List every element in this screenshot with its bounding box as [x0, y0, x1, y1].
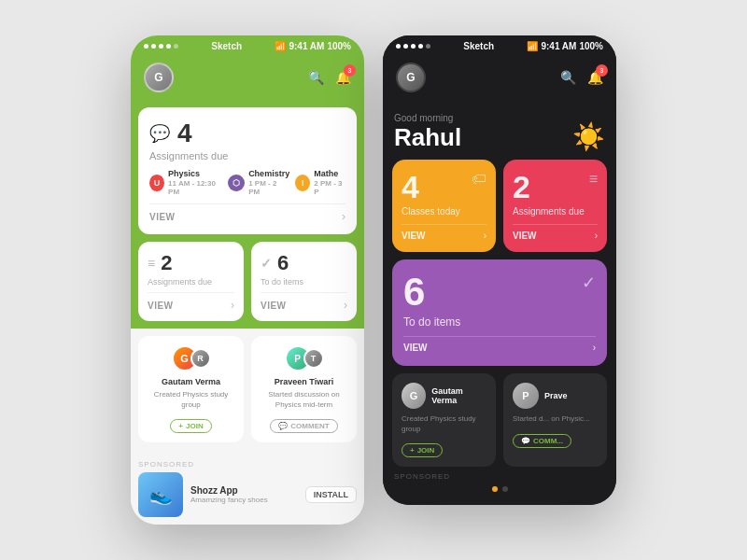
checkmark-icon: ✓ — [582, 273, 596, 293]
assignments-due-label: Assignments due — [148, 277, 234, 287]
dark-activity-row: G Gautam Verma Created Physics study gro… — [392, 373, 607, 467]
physics-name: Physics — [168, 169, 222, 178]
assignments-due-view-link[interactable]: VIEW — [148, 301, 174, 311]
dark-comment-button[interactable]: 💬 COMM... — [513, 434, 571, 448]
activity-section: G R Gautam Verma Created Physics study g… — [131, 329, 364, 450]
todo-card: ✓ 6 To do items VIEW › — [251, 242, 357, 321]
pagination-dot-2[interactable] — [502, 486, 508, 492]
assignments-dark-label: Assignments due — [513, 206, 598, 217]
todo-number: ✓ 6 — [261, 251, 347, 275]
sun-icon: ☀️ — [572, 121, 605, 152]
sponsor-desc: Amamzing fancy shoes — [190, 496, 298, 504]
activity-desc-1: Created Physics study group — [148, 390, 234, 410]
sponsored-label: SPONSORED — [138, 460, 194, 469]
assignments-due-chevron: › — [231, 299, 234, 312]
wifi-icon: 📶 — [275, 41, 286, 51]
chemistry-name: Chemistry — [248, 169, 289, 178]
assignments-due-card: ≡ 2 Assignments due VIEW › — [138, 242, 244, 321]
status-app-name-dark: Sketch — [463, 41, 494, 51]
light-phone: Sketch 📶 9:41 AM 100% G 🔍 🔔 3 — [131, 35, 364, 525]
subject-math: ! Mathe 2 PM - 3 P — [295, 169, 345, 196]
notification-button[interactable]: 🔔 3 — [335, 69, 351, 86]
todo-dark-chevron: › — [593, 343, 596, 353]
join-button[interactable]: + JOIN — [170, 419, 211, 433]
assignments-chevron: › — [342, 210, 345, 223]
tag-icon: 🏷 — [472, 171, 486, 188]
dark-activity-card-2: P Prave Started d... on Physic... 💬 COMM… — [503, 373, 607, 467]
dark-activity-card-1: G Gautam Verma Created Physics study gro… — [392, 373, 496, 467]
greeting-name: Rahul — [394, 123, 461, 152]
todo-dark-card: 6 To do items ✓ VIEW › — [392, 259, 607, 366]
greeting-row: Good morning Rahul ☀️ — [392, 109, 607, 160]
todo-dark-label: To do items — [403, 315, 460, 329]
header-icons: 🔍 🔔 3 — [308, 69, 351, 86]
classes-view-link[interactable]: VIEW — [402, 231, 426, 241]
dark-activity-desc-2: Started d... on Physic... — [513, 414, 598, 424]
assignments-card: 💬 4 Assignments due U Physics 11 AM - 12… — [138, 107, 357, 234]
status-app-name: Sketch — [211, 41, 242, 51]
two-cards-row: ≡ 2 Assignments due VIEW › ✓ 6 To do ite… — [138, 242, 357, 321]
classes-number: 4 — [402, 171, 419, 203]
assignments-dark-number: 2 — [513, 171, 530, 203]
physics-icon: U — [149, 175, 164, 191]
search-button[interactable]: 🔍 — [308, 69, 324, 86]
activity-avatar-group-2: P T — [261, 345, 347, 371]
search-button-dark[interactable]: 🔍 — [560, 69, 576, 86]
notification-button-dark[interactable]: 🔔 3 — [587, 69, 603, 86]
dark-avatar-1: G — [402, 383, 426, 409]
assignments-dark-card: 2 ≡ Assignments due VIEW › — [503, 160, 607, 252]
dark-join-button[interactable]: + JOIN — [402, 443, 443, 457]
activity-desc-2: Started discussion on Physics mid-term — [261, 390, 347, 410]
physics-time: 11 AM - 12:30 PM — [168, 179, 222, 196]
activity-card-1: G R Gautam Verma Created Physics study g… — [138, 336, 244, 442]
todo-view-row: VIEW › — [261, 292, 347, 312]
light-phone-content: 💬 4 Assignments due U Physics 11 AM - 12… — [131, 100, 364, 329]
dark-activity-name-1: Gautam Verma — [431, 386, 486, 405]
assignments-view-row: VIEW › — [149, 203, 345, 223]
activity-cards-row: G R Gautam Verma Created Physics study g… — [138, 336, 357, 442]
todo-dark-view-link[interactable]: VIEW — [403, 343, 428, 353]
subjects-row: U Physics 11 AM - 12:30 PM ⬡ Chemistry 1… — [149, 169, 345, 196]
avatar-dark[interactable]: G — [396, 63, 426, 92]
activity-avatar-1b: R — [190, 348, 211, 369]
assignments-dark-view-link[interactable]: VIEW — [513, 231, 537, 241]
signal-dots — [144, 44, 178, 49]
battery-text-dark: 100% — [579, 41, 603, 51]
status-bar-dark: Sketch 📶 9:41 AM 100% — [383, 35, 616, 55]
subject-chemistry: ⬡ Chemistry 1 PM - 2 PM — [228, 169, 289, 196]
pagination-dot-1[interactable] — [492, 486, 498, 492]
dark-activity-name-2: Prave — [544, 391, 568, 400]
todo-view-link[interactable]: VIEW — [261, 301, 287, 311]
chat-icon: 💬 — [149, 123, 170, 144]
battery-text: 100% — [327, 41, 351, 51]
plus-icon-dark: + — [410, 446, 415, 455]
math-name: Mathe — [314, 169, 345, 178]
classes-view-row: VIEW › — [402, 224, 486, 241]
dark-phone: Sketch 📶 9:41 AM 100% G 🔍 🔔 3 — [383, 35, 616, 505]
list-icon: ≡ — [148, 256, 155, 271]
dark-sponsored-label: Sponsored — [392, 467, 607, 483]
dark-activity-desc-1: Created Physics study group — [402, 414, 486, 434]
app-header-dark: G 🔍 🔔 3 — [383, 55, 616, 100]
subject-physics: U Physics 11 AM - 12:30 PM — [149, 169, 222, 196]
check-icon: ✓ — [261, 256, 272, 271]
math-icon: ! — [295, 175, 310, 191]
dark-avatar-row-1: G Gautam Verma — [402, 383, 486, 409]
assignments-dark-chevron: › — [595, 231, 598, 241]
activity-avatar-2b: T — [303, 348, 324, 369]
notification-badge-dark: 3 — [596, 64, 608, 77]
sponsor-card: 👟 Shozz App Amamzing fancy shoes INSTALL — [131, 472, 364, 525]
dark-avatar-row-2: P Prave — [513, 383, 598, 409]
sponsor-info: Shozz App Amamzing fancy shoes — [190, 485, 298, 504]
install-button[interactable]: INSTALL — [305, 486, 357, 503]
plus-icon: + — [178, 422, 183, 430]
comment-button[interactable]: 💬 COMMENT — [270, 419, 337, 433]
comment-icon: 💬 — [278, 422, 288, 430]
greeting-text-block: Good morning Rahul — [394, 113, 461, 152]
assignments-view-link[interactable]: VIEW — [149, 212, 176, 222]
status-bar-light: Sketch 📶 9:41 AM 100% — [131, 35, 364, 55]
avatar-light[interactable]: G — [144, 63, 174, 92]
chemistry-time: 1 PM - 2 PM — [248, 179, 289, 196]
todo-dark-number: 6 — [403, 273, 460, 312]
signal-dots-dark — [396, 44, 430, 49]
